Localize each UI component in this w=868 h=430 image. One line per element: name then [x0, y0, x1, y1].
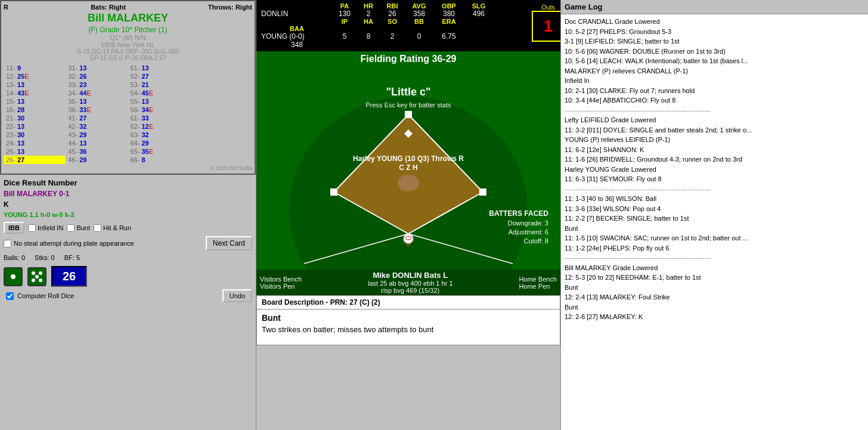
- card-throws: Throws: Right: [208, 4, 252, 11]
- dice-result-title: Dice Result Number: [4, 178, 252, 187]
- undo-button[interactable]: Undo: [222, 289, 252, 302]
- dice-cell: 45- 36: [66, 147, 128, 156]
- infield-in-checkbox-label[interactable]: Infield IN: [28, 224, 63, 232]
- log-entry: 10: 2-1 [30] CLARKE: Fly out 7; runners …: [565, 86, 864, 96]
- bunt-checkbox[interactable]: [67, 224, 75, 232]
- log-entry: Bunt: [565, 302, 864, 313]
- log-entry: 10: 5-2 [27] PHELPS: Groundout 5-3: [565, 27, 864, 37]
- scoreboard-inner: PA HR RBI AVG OBP SLG DONLIN 130 2 26 35…: [261, 2, 556, 49]
- dice-cell: 15- 13: [4, 97, 66, 106]
- donlin-hr: 2: [356, 10, 380, 18]
- balls-row: Balls: 0: [4, 254, 25, 261]
- dice-cell: 21- 30: [4, 114, 66, 122]
- left-panel: R Bats: Right Throws: Right Bill MALARKE…: [0, 0, 256, 430]
- sh2-so: SO: [380, 18, 404, 25]
- player-name: Bill MALARKEY: [4, 12, 252, 24]
- svg-text:Harley YOUNG (10 Q3) Throws R: Harley YOUNG (10 Q3) Throws R: [353, 154, 464, 163]
- sh-rbi: RBI: [380, 2, 404, 10]
- young-ip: 5: [333, 32, 356, 41]
- young-era: 6.75: [434, 32, 464, 41]
- dice-cell: 62- 12E: [128, 122, 190, 131]
- dice-cell: [190, 89, 252, 97]
- svg-point-5: [39, 279, 42, 282]
- player-card: R Bats: Right Throws: Right Bill MALARKE…: [0, 0, 256, 175]
- dice-display-row: 26: [4, 266, 252, 287]
- dice-cell: 51- 13: [128, 64, 190, 72]
- log-separator: ----------------------------------------…: [565, 184, 864, 194]
- score-header-top: PA HR RBI AVG OBP SLG: [261, 2, 529, 10]
- batter-stats-display: YOUNG 1.1 h-0 w-0 k-2: [4, 211, 252, 218]
- balls-label: Balls:: [4, 254, 20, 261]
- log-entry: YOUNG (P) relieves LEIFIELD (P-1): [565, 135, 864, 145]
- computer-roll-row: Computer Roll Dice Undo: [6, 289, 252, 302]
- visitors-bench-label: Visitors Bench: [260, 276, 302, 283]
- stks-val: 0: [51, 254, 55, 261]
- young-baa: 348: [261, 41, 333, 49]
- svg-text:Press Esc key for batter stats: Press Esc key for batter stats: [365, 101, 451, 109]
- log-entry: 12: 5-3 [20 to 22] NEEDHAM: E-1; batter …: [565, 273, 864, 283]
- middle-panel: PA HR RBI AVG OBP SLG DONLIN 130 2 26 35…: [256, 0, 560, 430]
- log-entry: 11: 1-5 [10] SWACINA: SAC; runner on 1st…: [565, 233, 864, 243]
- log-entry: Bunt: [565, 283, 864, 293]
- field-svg: "Little c" Press Esc key for batter stat…: [256, 67, 560, 270]
- no-steal-checkbox[interactable]: [4, 240, 11, 248]
- controls-row: IBB Infield IN Bunt Hit & Run: [4, 222, 252, 234]
- bunt-label: Bunt: [76, 224, 90, 231]
- batter-center-name: Mike DONLIN Bats L: [368, 271, 453, 280]
- field-area: "Little c" Press Esc key for batter stat…: [256, 67, 560, 270]
- log-entry: 10: 3-4 [44e] ABBATICCHIO: Fly out 8: [565, 95, 864, 106]
- dice-cell: [190, 97, 252, 106]
- svg-point-18: [404, 234, 413, 243]
- dice-cell: 54- 45E: [128, 89, 190, 97]
- sh2-era: ERA: [434, 18, 464, 25]
- sh-hr: HR: [356, 2, 380, 10]
- dice-cell: [190, 139, 252, 147]
- dice-cell: 55- 13: [128, 97, 190, 106]
- donlin-name: DONLIN: [261, 10, 333, 18]
- card-bats: Bats: Right: [91, 4, 126, 11]
- computer-roll-checkbox[interactable]: [6, 292, 14, 300]
- dice-cell: 12- 25E: [4, 72, 66, 81]
- sh2-blank: [261, 18, 333, 25]
- dice-cell: 63- 32: [128, 131, 190, 139]
- bottom-left-controls: Dice Result Number Bill MALARKEY 0-1 K Y…: [0, 175, 256, 430]
- dice-cell: 14- 43E: [4, 89, 66, 97]
- sh2-ha: HA: [356, 18, 380, 25]
- young-ha: 8: [356, 32, 380, 41]
- bunt-line2: Two strikes on batter; misses two attemp…: [262, 325, 555, 334]
- dice-cell: [190, 147, 252, 156]
- log-entry: 11: 3-2 [011] DOYLE: SINGLE and batter s…: [565, 125, 864, 135]
- outs-label: Outs: [541, 4, 555, 11]
- bunt-checkbox-label[interactable]: Bunt: [67, 224, 90, 232]
- next-card-button[interactable]: Next Card: [206, 236, 252, 250]
- hit-run-checkbox-label[interactable]: Hit & Run: [94, 224, 131, 232]
- dice-cell: 46- 29: [66, 156, 128, 164]
- game-log-content[interactable]: Doc CRANDALL Grade Lowered10: 5-2 [27] P…: [561, 14, 868, 430]
- log-entry: 11: 6-3 [31] SEYMOUR: Fly out 8: [565, 174, 864, 184]
- log-entry: 11: 1-2 [24e] PHELPS: Pop fly out 6: [565, 243, 864, 253]
- dice-cell: [190, 114, 252, 122]
- log-entry: Doc CRANDALL Grade Lowered: [565, 17, 864, 27]
- dice-cell: 52- 27: [128, 72, 190, 81]
- dice-cell: 23- 30: [4, 131, 66, 139]
- dice-cell: 31- 13: [66, 64, 128, 72]
- svg-point-13: [398, 175, 419, 191]
- sh2-ip: IP: [333, 18, 356, 25]
- card-header: R Bats: Right Throws: Right: [4, 4, 252, 11]
- dice-cell: 66- 8: [128, 156, 190, 164]
- dice-cell: [190, 81, 252, 89]
- infield-in-checkbox[interactable]: [28, 224, 36, 232]
- dice-cell: 36- 33E: [66, 106, 128, 114]
- player-year: 1908 New York NL: [4, 41, 252, 48]
- log-entry: Bunt: [565, 224, 864, 234]
- hit-run-checkbox[interactable]: [94, 224, 101, 232]
- stks-label: Stks:: [35, 254, 49, 261]
- die-2: [27, 267, 46, 286]
- log-separator: ----------------------------------------…: [565, 106, 864, 116]
- log-separator: ----------------------------------------…: [565, 253, 864, 263]
- balls-val: 0: [21, 254, 25, 261]
- dice-cell: 24- 13: [4, 139, 66, 147]
- ibb-button[interactable]: IBB: [4, 222, 24, 234]
- dice-cell: [190, 131, 252, 139]
- pitcher-name-display: Bill MALARKEY 0-1: [4, 190, 252, 198]
